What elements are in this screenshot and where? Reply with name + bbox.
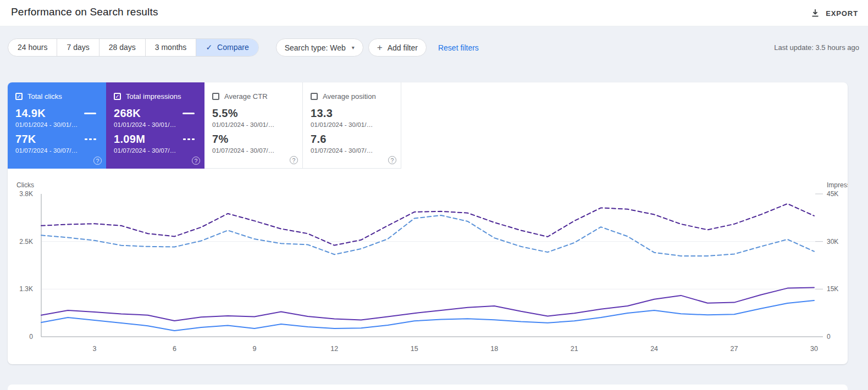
tile-label-row: Average position xyxy=(311,92,393,101)
tile-label-row: ✓ Total clicks xyxy=(15,92,98,101)
date-range-28-days[interactable]: 28 days xyxy=(99,39,145,56)
last-update-text: Last update: 3.5 hours ago xyxy=(774,43,860,52)
next-section-card xyxy=(8,385,848,390)
tile-label-row: Average CTR xyxy=(212,92,295,101)
metric-range-2: 01/07/2024 - 30/07/… xyxy=(311,147,393,154)
svg-text:2.5K: 2.5K xyxy=(19,238,33,246)
svg-text:0: 0 xyxy=(827,333,831,341)
tile-average-ctr[interactable]: Average CTR 5.5% 01/01/2024 - 30/01/… 7%… xyxy=(204,82,303,169)
help-icon[interactable]: ? xyxy=(192,157,200,165)
metric-value-2: 7.6 xyxy=(311,133,327,146)
series-dashed-right xyxy=(41,204,814,246)
svg-text:Clicks: Clicks xyxy=(16,181,34,189)
plus-icon: + xyxy=(377,42,383,53)
performance-chart: ClicksImpressions3.8K2.5K1.3K045K30K15K0… xyxy=(8,180,848,361)
metric-value-2: 7% xyxy=(212,133,229,146)
export-button[interactable]: EXPORT xyxy=(811,6,858,20)
date-range-group: 24 hours 7 days 28 days 3 months ✓ Compa… xyxy=(8,38,259,57)
dashed-line-indicator xyxy=(183,138,195,140)
metric-value-2: 77K xyxy=(15,133,36,146)
compare-label: Compare xyxy=(217,39,249,56)
tile-label: Total clicks xyxy=(27,92,62,101)
tile-label-row: ✓ Total impressions xyxy=(114,92,197,101)
metric-value-1: 5.5% xyxy=(212,107,238,120)
metric-range-1: 01/01/2024 - 30/01/… xyxy=(311,121,393,128)
add-filter-button[interactable]: + Add filter xyxy=(368,38,427,57)
check-icon: ✓ xyxy=(206,39,212,56)
tile-total-impressions[interactable]: ✓ Total impressions 268K 01/01/2024 - 30… xyxy=(106,82,204,169)
filter-bar: 24 hours 7 days 28 days 3 months ✓ Compa… xyxy=(8,38,860,57)
date-range-24-hours[interactable]: 24 hours xyxy=(8,39,57,56)
checkbox-checked-icon[interactable]: ✓ xyxy=(15,93,23,100)
metric-range-1: 01/01/2024 - 30/01/… xyxy=(114,121,197,128)
svg-text:Impressions: Impressions xyxy=(827,181,848,189)
svg-text:24: 24 xyxy=(650,345,658,353)
series-solid-right xyxy=(41,287,814,321)
svg-text:12: 12 xyxy=(330,345,338,353)
export-label: EXPORT xyxy=(826,9,858,18)
svg-text:1.3K: 1.3K xyxy=(19,285,33,293)
svg-text:15K: 15K xyxy=(827,285,838,293)
tile-average-position[interactable]: Average position 13.3 01/01/2024 - 30/01… xyxy=(303,82,401,169)
svg-text:6: 6 xyxy=(173,345,176,353)
metric-range-2: 01/07/2024 - 30/07/… xyxy=(212,147,295,154)
help-icon[interactable]: ? xyxy=(290,156,298,164)
metric-range-1: 01/01/2024 - 30/01/… xyxy=(212,121,295,128)
solid-line-indicator xyxy=(183,113,195,114)
search-type-dropdown[interactable]: Search type: Web ▾ xyxy=(276,38,363,57)
tile-label: Total impressions xyxy=(126,92,181,101)
metric-value-1: 268K xyxy=(114,107,141,120)
dashed-line-indicator xyxy=(85,138,96,140)
chevron-down-icon: ▾ xyxy=(352,44,355,51)
metric-range-1: 01/01/2024 - 30/01/… xyxy=(15,121,98,128)
date-range-7-days[interactable]: 7 days xyxy=(57,39,98,56)
compare-toggle[interactable]: ✓ Compare xyxy=(196,39,258,56)
metric-value-1: 14.9K xyxy=(15,107,46,120)
performance-card: ✓ Total clicks 14.9K 01/01/2024 - 30/01/… xyxy=(8,82,848,364)
svg-text:30K: 30K xyxy=(827,238,838,246)
metric-range-2: 01/07/2024 - 30/07/… xyxy=(114,147,197,154)
svg-text:18: 18 xyxy=(490,345,498,353)
svg-text:30: 30 xyxy=(810,345,818,353)
svg-text:15: 15 xyxy=(411,345,418,353)
svg-text:27: 27 xyxy=(731,345,738,353)
page-title: Performance on Search results xyxy=(11,6,158,18)
metric-range-2: 01/07/2024 - 30/07/… xyxy=(15,147,98,154)
reset-filters-link[interactable]: Reset filters xyxy=(438,43,479,52)
page-header: Performance on Search results EXPORT xyxy=(0,0,868,26)
metric-tiles: ✓ Total clicks 14.9K 01/01/2024 - 30/01/… xyxy=(8,82,401,169)
tile-label: Average position xyxy=(323,92,376,101)
svg-text:3.8K: 3.8K xyxy=(19,190,33,198)
tile-label: Average CTR xyxy=(224,92,268,101)
add-filter-label: Add filter xyxy=(388,43,418,52)
search-type-label: Search type: Web xyxy=(285,43,346,52)
series-dashed-left xyxy=(41,215,814,256)
metric-value-2: 1.09M xyxy=(114,133,145,146)
svg-text:0: 0 xyxy=(29,333,33,341)
checkbox-checked-icon[interactable]: ✓ xyxy=(114,93,121,100)
date-range-3-months[interactable]: 3 months xyxy=(145,39,196,56)
svg-text:21: 21 xyxy=(571,345,578,353)
svg-text:9: 9 xyxy=(252,345,256,353)
svg-text:3: 3 xyxy=(92,345,96,353)
help-icon[interactable]: ? xyxy=(93,157,102,165)
metric-value-1: 13.3 xyxy=(311,107,333,120)
checkbox-unchecked-icon[interactable] xyxy=(311,93,318,100)
series-solid-left xyxy=(41,300,814,331)
download-icon xyxy=(811,9,820,18)
solid-line-indicator xyxy=(84,113,96,114)
help-icon[interactable]: ? xyxy=(388,156,396,164)
tile-total-clicks[interactable]: ✓ Total clicks 14.9K 01/01/2024 - 30/01/… xyxy=(8,82,106,169)
checkbox-unchecked-icon[interactable] xyxy=(212,93,219,100)
svg-text:45K: 45K xyxy=(827,190,838,198)
